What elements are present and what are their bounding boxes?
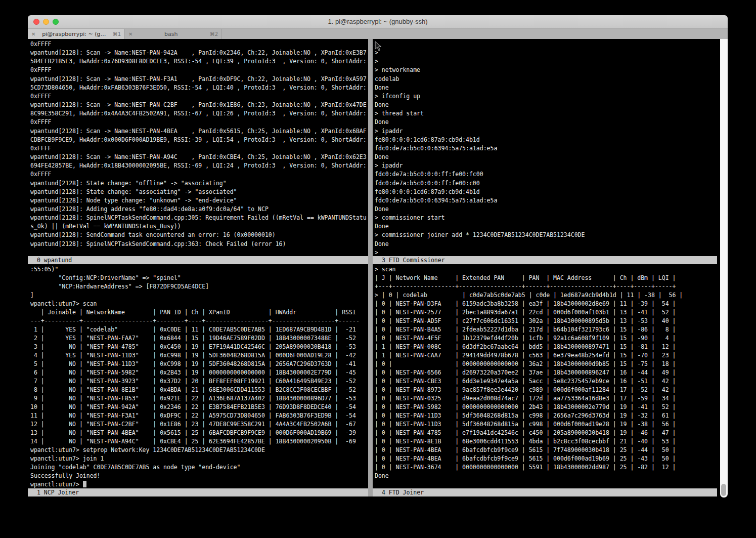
pane-ftd-commissioner[interactable]: > > > > networkname codelab Done > ifcon… bbox=[373, 39, 720, 256]
tab-bar: ✕ pi@raspberrypi: ~ (g… ⌘1 ✕ bash ⌘2 bbox=[28, 29, 728, 39]
ncp-joiner-scan-output: :55:05)" "Config:NCP:DriverName" => "spi… bbox=[28, 264, 368, 480]
ftd-commissioner-cli-output: > > > > networkname codelab Done > ifcon… bbox=[373, 39, 720, 256]
pane-caption-ftd-joiner: 4 FTD Joiner bbox=[373, 488, 717, 496]
tab-label: bash bbox=[136, 31, 207, 37]
mouse-cursor bbox=[375, 41, 382, 51]
wpanctl-prompt-line: wpanctl:utun7> bbox=[28, 480, 368, 488]
tab-shortcut: ⌘2 bbox=[207, 31, 218, 37]
tab-bar-filler bbox=[222, 29, 728, 39]
close-tab-icon[interactable]: ✕ bbox=[31, 31, 38, 37]
terminal-content: 0xFFFF wpantund[2128]: Scan -> Name:NEST… bbox=[28, 39, 728, 504]
title-bar[interactable]: 1. pi@raspberrypi: ~ (gnubby-ssh) bbox=[28, 15, 728, 29]
tab-bash[interactable]: ✕ bash ⌘2 bbox=[125, 29, 222, 39]
terminal-window: 1. pi@raspberrypi: ~ (gnubby-ssh) ✕ pi@r… bbox=[28, 15, 728, 504]
pane-wpantund[interactable]: 0xFFFF wpantund[2128]: Scan -> Name:NEST… bbox=[28, 39, 368, 256]
pane-caption-ftd-commissioner: 3 FTD Commissioner bbox=[373, 256, 717, 264]
window-title: 1. pi@raspberrypi: ~ (gnubby-ssh) bbox=[28, 15, 728, 29]
tab-ssh-session[interactable]: ✕ pi@raspberrypi: ~ (g… ⌘1 bbox=[28, 29, 125, 39]
ftd-joiner-scan-output: > scan | J | Network Name | Extended PAN… bbox=[373, 264, 720, 480]
scrollbar-track[interactable] bbox=[720, 39, 728, 498]
pane-ncp-joiner[interactable]: :55:05)" "Config:NCP:DriverName" => "spi… bbox=[28, 264, 368, 488]
scrollbar-thumb[interactable] bbox=[721, 484, 726, 496]
terminal-cursor bbox=[83, 481, 86, 487]
close-tab-icon[interactable]: ✕ bbox=[128, 31, 136, 37]
pane-caption-ncp-joiner: 1 NCP Joiner bbox=[28, 488, 373, 496]
pane-ftd-joiner[interactable]: > scan | J | Network Name | Extended PAN… bbox=[373, 264, 720, 488]
pane-caption-wpantund: 0 wpantund bbox=[28, 256, 373, 264]
pane-divider bbox=[368, 39, 373, 496]
tab-shortcut: ⌘1 bbox=[110, 31, 121, 37]
tab-label: pi@raspberrypi: ~ (g… bbox=[38, 31, 110, 37]
wpanctl-prompt: wpanctl:utun7> bbox=[30, 481, 83, 488]
wpantund-log-output: 0xFFFF wpantund[2128]: Scan -> Name:NEST… bbox=[28, 39, 368, 249]
